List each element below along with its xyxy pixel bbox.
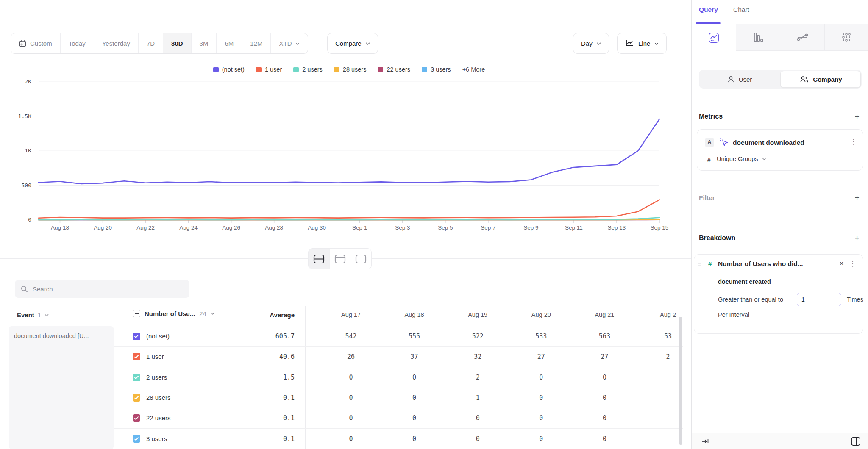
legend-label: (not set) [222, 66, 245, 73]
entity-company-button[interactable]: Company [780, 70, 862, 89]
range-label: 6M [225, 40, 234, 47]
chart-type-grid-tab[interactable] [824, 24, 868, 51]
range-button-12m[interactable]: 12M [242, 33, 270, 53]
legend-label: 3 users [431, 66, 451, 73]
chart-type-button[interactable]: Line [617, 33, 667, 54]
granularity-button[interactable]: Day [573, 33, 609, 54]
breakdown-unit-label: Times [847, 296, 863, 303]
legend-item[interactable]: 28 users [334, 66, 367, 73]
row-checkbox[interactable] [133, 414, 140, 422]
legend-item[interactable]: 1 user [256, 66, 282, 73]
collapse-panel-icon[interactable] [702, 438, 709, 445]
y-tick-label: 0 [6, 216, 31, 223]
legend-item[interactable]: 22 users [378, 66, 410, 73]
line-chart-icon [625, 40, 634, 47]
row-value: 0 [509, 435, 573, 443]
entity-user-button[interactable]: User [699, 70, 780, 89]
add-filter-button[interactable]: + [853, 194, 861, 202]
chevron-down-icon [366, 42, 370, 45]
row-checkbox[interactable] [133, 435, 140, 443]
row-average: 1.5 [231, 374, 295, 381]
table-scrollbar[interactable] [679, 317, 682, 445]
metric-kebab-menu[interactable]: ⋮ [850, 139, 857, 145]
breakdown-per-interval: Per Interval [718, 311, 749, 318]
search-input[interactable] [33, 285, 172, 293]
range-button-7d[interactable]: 7D [138, 33, 163, 53]
row-value: 522 [446, 333, 509, 340]
layout-chart-only-button[interactable] [329, 249, 350, 269]
metric-name: document downloaded [733, 139, 804, 147]
row-average: 605.7 [231, 333, 295, 340]
entity-company-label: Company [813, 76, 842, 83]
range-button-3m[interactable]: 3M [191, 33, 217, 53]
range-button-today[interactable]: Today [60, 33, 94, 53]
row-average: 0.1 [231, 394, 295, 402]
legend-label: 28 users [343, 66, 367, 73]
date-range-selector: CustomTodayYesterday7D30D3M6M12MXTD [11, 33, 308, 54]
chevron-down-icon[interactable] [211, 312, 215, 315]
legend-item[interactable]: 3 users [422, 66, 451, 73]
row-checkbox[interactable] [133, 333, 140, 340]
line-chart-icon [708, 32, 719, 43]
calendar-icon [19, 40, 26, 47]
metric-card[interactable]: A document downloaded ⋮ # Unique Groups [697, 129, 863, 171]
chevron-down-icon [295, 42, 300, 45]
tab-query[interactable]: Query [699, 6, 718, 14]
row-checkbox[interactable] [133, 374, 140, 381]
search-box [15, 280, 189, 298]
event-column-header[interactable]: Event 1 [17, 311, 49, 319]
row-value: 53 [636, 333, 683, 340]
times-input[interactable] [797, 293, 841, 306]
select-all-checkbox[interactable] [133, 310, 140, 317]
legend-item[interactable]: 2 users [293, 66, 323, 73]
breakdown-kebab-menu[interactable]: ⋮ [849, 261, 856, 267]
tab-chart[interactable]: Chart [733, 6, 749, 14]
y-tick-label: 1.5K [6, 113, 31, 119]
date-columns-region: Aug 17Aug 18Aug 19Aug 20Aug 21Aug 254255… [305, 306, 683, 449]
x-tick-label: Aug 26 [210, 224, 253, 231]
add-metric-button[interactable]: + [853, 113, 861, 121]
range-button-custom[interactable]: Custom [11, 33, 60, 53]
x-tick-label: Aug 22 [125, 224, 167, 231]
range-button-6m[interactable]: 6M [216, 33, 242, 53]
row-label: 3 users [146, 435, 167, 442]
compare-label: Compare [335, 40, 362, 47]
row-checkbox[interactable] [133, 394, 140, 402]
row-value: 0 [383, 414, 446, 422]
drag-handle[interactable]: ≡ [698, 260, 701, 267]
legend-item[interactable]: (not set) [213, 66, 245, 73]
metrics-title: Metrics [699, 113, 723, 120]
layout-table-only-button[interactable] [351, 249, 371, 269]
range-button-yesterday[interactable]: Yesterday [94, 33, 138, 53]
active-tab-underline [696, 22, 721, 24]
chevron-down-icon [45, 314, 49, 316]
row-value: 0 [383, 394, 446, 402]
layout-split-button[interactable] [309, 249, 329, 269]
granularity-label: Day [581, 40, 593, 47]
x-tick-label: Aug 24 [167, 224, 210, 231]
x-tick-label: Sep 1 [339, 224, 381, 231]
analytics-app: 05001K1.5K2K Aug 18Aug 20Aug 22Aug 24Aug… [0, 0, 868, 449]
event-list-item[interactable]: document downloaded [U... [9, 326, 114, 346]
breakdown-hash-icon: # [708, 260, 712, 267]
series-line--not-set- [39, 119, 659, 184]
chart-type-flow-tab[interactable] [780, 24, 824, 51]
split-view-icon[interactable] [851, 437, 861, 446]
range-button-xtd[interactable]: XTD [270, 33, 308, 53]
row-checkbox[interactable] [133, 353, 140, 360]
indeterminate-mark-icon [135, 313, 139, 314]
add-breakdown-button[interactable]: + [853, 234, 861, 243]
breakdown-condition-label: Greater than or equal to [718, 296, 783, 303]
legend-more-button[interactable]: +6 More [462, 66, 485, 73]
chart-type-line-tab[interactable] [692, 24, 736, 51]
range-button-30d[interactable]: 30D [163, 33, 191, 53]
measure-dropdown[interactable]: Unique Groups [717, 155, 766, 162]
chart-type-bar-tab[interactable] [736, 24, 780, 51]
x-tick-label: Sep 7 [467, 224, 509, 231]
series-line-2-users [39, 218, 659, 220]
breakdown-event: document created [718, 278, 771, 285]
compare-button[interactable]: Compare [327, 33, 378, 54]
close-icon[interactable]: × [839, 259, 844, 268]
x-tick-label: Aug 20 [82, 224, 124, 231]
chart-type-label: Line [638, 40, 650, 47]
